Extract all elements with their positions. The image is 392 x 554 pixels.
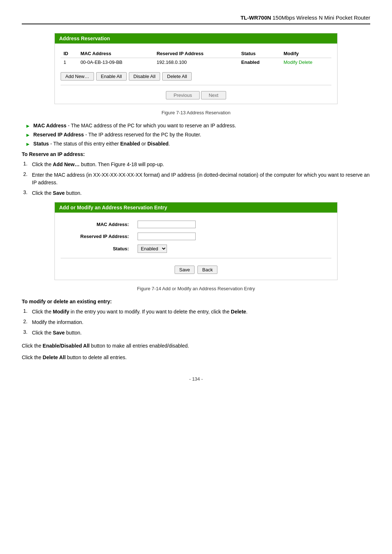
mac-input-cell xyxy=(133,218,331,230)
panel2-title: Add or Modify an Address Reservation Ent… xyxy=(55,202,337,213)
modify-section-title: To modify or delete an existing entry: xyxy=(22,299,370,304)
list-item: 1. Click the Add New… button. Then Figur… xyxy=(22,161,370,168)
step-num-2: 2. xyxy=(23,171,32,177)
bullet-ip-text: Reserved IP Address - The IP address res… xyxy=(33,132,201,138)
col-header-modify: Modify xyxy=(281,49,331,58)
step-num-3: 3. xyxy=(23,189,32,195)
add-new-button[interactable]: Add New… xyxy=(61,72,94,81)
col-header-status: Status xyxy=(238,49,281,58)
action-buttons-row: Add New… Enable All Disable All Delete A… xyxy=(61,72,331,81)
ip-input-cell xyxy=(133,230,331,242)
reserve-steps: 1. Click the Add New… button. Then Figur… xyxy=(22,161,370,197)
col-header-mac: MAC Address xyxy=(78,49,154,58)
reserve-section: To Reserve an IP address: 1. Click the A… xyxy=(22,151,370,197)
panel2-body: MAC Address: Reserved IP Address: Status… xyxy=(55,213,337,280)
address-reservation-panel: Address Reservation ID MAC Address Reser… xyxy=(54,33,338,104)
list-item: 1. Click the Modify in the entry you wan… xyxy=(22,308,370,316)
delete-link[interactable]: Delete xyxy=(299,59,313,65)
separator xyxy=(61,85,331,85)
delete-all-button[interactable]: Delete All xyxy=(162,72,192,81)
bullet-arrow-icon2: ► xyxy=(25,132,30,138)
list-item: 3. Click the Save button. xyxy=(22,329,370,337)
nav-row: Previous Next xyxy=(61,90,331,99)
mod-step-num-3: 3. xyxy=(23,329,32,335)
save-button[interactable]: Save xyxy=(175,266,195,274)
step-num-1: 1. xyxy=(23,161,32,167)
bullet-status-text: Status - The status of this entry either… xyxy=(33,141,170,147)
previous-button[interactable]: Previous xyxy=(166,91,200,99)
mod-step-num-1: 1. xyxy=(23,308,32,314)
col-header-ip: Reserved IP Address xyxy=(154,49,238,58)
modify-link[interactable]: Modify xyxy=(283,59,297,65)
cell-modify: Modify Delete xyxy=(281,58,331,67)
header-subtitle: 150Mbps Wireless N Mini Pocket Router xyxy=(273,15,370,21)
list-item: 2. Enter the MAC address (in XX-XX-XX-XX… xyxy=(22,171,370,186)
step-text-3: Click the Save button. xyxy=(32,189,82,197)
fig2-caption: Figure 7-14 Add or Modify an Address Res… xyxy=(22,286,370,291)
list-item: 3. Click the Save button. xyxy=(22,189,370,197)
model-name: TL-WR700N xyxy=(241,15,271,21)
form-row-ip: Reserved IP Address: xyxy=(61,230,331,242)
disable-all-button[interactable]: Disable All xyxy=(129,72,160,81)
add-modify-panel: Add or Modify an Address Reservation Ent… xyxy=(54,202,338,280)
cell-id: 1 xyxy=(61,58,78,67)
bullet-mac-text: MAC Address - The MAC address of the PC … xyxy=(33,123,236,128)
step-text-2: Enter the MAC address (in XX-XX-XX-XX-XX… xyxy=(32,171,370,186)
mac-address-input[interactable] xyxy=(138,221,196,228)
bullet-arrow-icon3: ► xyxy=(25,141,30,147)
modify-steps: 1. Click the Modify in the entry you wan… xyxy=(22,308,370,337)
mod-step-text-2: Modify the information. xyxy=(32,319,83,326)
reserved-ip-input[interactable] xyxy=(138,233,196,240)
form-row-mac: MAC Address: xyxy=(61,218,331,230)
para2: Click the Delete All button to delete al… xyxy=(22,353,370,361)
form-row-status: Status: Enabled Disabled xyxy=(61,242,331,255)
back-button[interactable]: Back xyxy=(197,266,217,274)
table-row: 1 00-0A-EB-13-09-BB 192.168.0.100 Enable… xyxy=(61,58,331,67)
page-header: TL-WR700N 150Mbps Wireless N Mini Pocket… xyxy=(22,15,370,24)
bullet-mac: ► MAC Address - The MAC address of the P… xyxy=(22,123,370,129)
form-separator xyxy=(61,258,331,258)
fig1-caption: Figure 7-13 Address Reservation xyxy=(22,110,370,115)
list-item: 2. Modify the information. xyxy=(22,319,370,326)
page-number: - 134 - xyxy=(22,376,370,382)
mac-label: MAC Address: xyxy=(61,218,133,230)
bullet-reserved-ip: ► Reserved IP Address - The IP address r… xyxy=(22,132,370,138)
bullet-arrow-icon: ► xyxy=(25,123,30,129)
col-header-id: ID xyxy=(61,49,78,58)
step-text-1: Click the Add New… button. Then Figure 4… xyxy=(32,161,164,168)
next-button[interactable]: Next xyxy=(201,91,226,99)
cell-status: Enabled xyxy=(238,58,281,67)
mod-step-text-1: Click the Modify in the entry you want t… xyxy=(32,308,248,316)
mod-step-num-2: 2. xyxy=(23,319,32,324)
reservation-table: ID MAC Address Reserved IP Address Statu… xyxy=(61,49,331,66)
enable-all-button[interactable]: Enable All xyxy=(96,72,127,81)
para1: Click the Enable/Disabled All button to … xyxy=(22,342,370,350)
panel1-body: ID MAC Address Reserved IP Address Statu… xyxy=(55,44,337,104)
modify-section: To modify or delete an existing entry: 1… xyxy=(22,299,370,337)
bullet-list: ► MAC Address - The MAC address of the P… xyxy=(22,123,370,147)
bullet-status: ► Status - The status of this entry eith… xyxy=(22,141,370,147)
status-select-cell: Enabled Disabled xyxy=(133,242,331,255)
reserve-section-title: To Reserve an IP address: xyxy=(22,151,370,157)
form-table: MAC Address: Reserved IP Address: Status… xyxy=(61,218,331,255)
form-buttons-row: Save Back xyxy=(61,263,331,275)
mod-step-text-3: Click the Save button. xyxy=(32,329,82,337)
panel1-title: Address Reservation xyxy=(55,33,337,44)
cell-mac: 00-0A-EB-13-09-BB xyxy=(78,58,154,67)
cell-ip: 192.168.0.100 xyxy=(154,58,238,67)
status-select[interactable]: Enabled Disabled xyxy=(138,245,167,253)
ip-label: Reserved IP Address: xyxy=(61,230,133,242)
status-label: Status: xyxy=(61,242,133,255)
